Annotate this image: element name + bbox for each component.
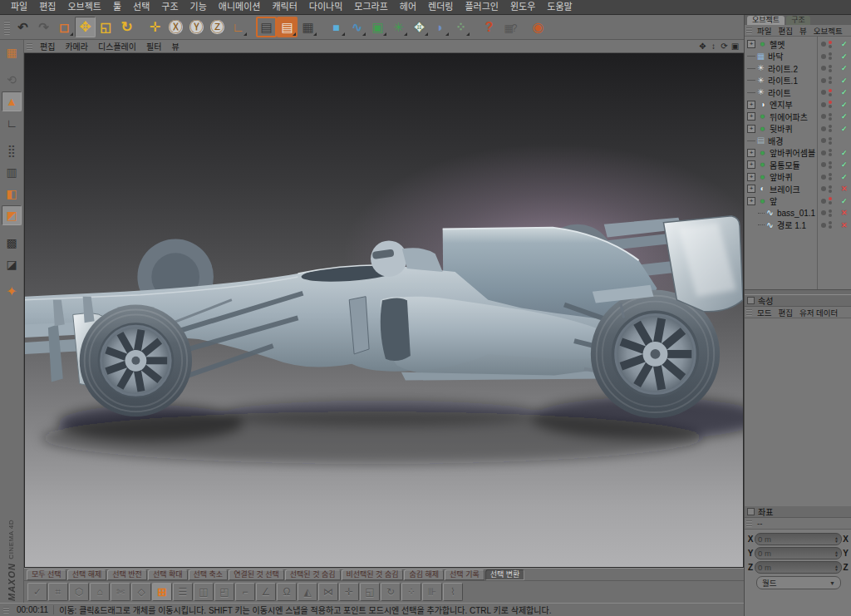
toolbar-button[interactable] [499,17,520,37]
viewport-control[interactable]: ↕ [708,41,719,52]
enable-mark-icon[interactable] [841,125,851,133]
object-row[interactable]: 뒷바퀴 [745,123,851,136]
visibility-dots[interactable] [818,221,841,229]
left-tool-button[interactable] [2,140,22,160]
attributes-menu-item[interactable]: 편집 [775,307,795,318]
editor-visibility-dot[interactable] [829,41,832,44]
viewport-control[interactable]: ✥ [697,41,708,52]
modeling-tool-button[interactable]: ⌇ [443,583,463,601]
expand-icon[interactable] [747,185,755,193]
toolbar-button[interactable] [33,17,54,37]
toolbar-button[interactable] [165,17,186,37]
modeling-tool-button[interactable]: ◰ [214,583,234,601]
toolbar-button[interactable] [145,17,165,37]
selection-tab[interactable]: 선택 변환 [485,569,525,580]
menu-item[interactable]: 윈도우 [504,0,541,14]
modeling-tool-button[interactable]: Ω [277,583,297,601]
render-visibility-dot[interactable] [829,201,832,205]
visibility-dots[interactable] [818,41,841,48]
coord-input[interactable]: 0 m ▲▼ [755,533,842,545]
menu-item[interactable]: 캐릭터 [266,0,303,14]
panel-drag-handle[interactable] [746,308,752,316]
modeling-tool-button[interactable]: ✛ [339,583,359,601]
expand-icon[interactable] [747,149,755,157]
modeling-tool-button[interactable]: ⁘ [401,583,421,601]
object-row[interactable]: bass_01.1 [745,207,851,219]
editor-visibility-dot[interactable] [829,209,832,213]
viewport-menu-item[interactable]: 카메라 [60,40,93,52]
layer-dot[interactable] [821,186,826,191]
render-visibility-dot[interactable] [829,105,832,108]
object-row[interactable]: 라이트.2 [745,62,851,75]
enable-mark-icon[interactable] [841,209,851,217]
editor-visibility-dot[interactable] [829,52,832,56]
object-row[interactable]: 배경 [745,135,851,147]
modeling-tool-button[interactable]: ⌂ [90,583,110,601]
expand-icon[interactable] [747,40,755,48]
enable-mark-icon[interactable] [841,185,851,193]
visibility-dots[interactable] [818,101,841,108]
coord-input[interactable]: 0 m ▲▼ [755,561,842,574]
editor-visibility-dot[interactable] [829,65,832,68]
enable-mark-icon[interactable] [841,173,851,181]
object-manager-menu-item[interactable]: 오브젝트 [810,25,846,37]
toolbar-button[interactable] [75,17,96,37]
viewport-menu-item[interactable]: 편집 [35,40,60,52]
toolbar-button[interactable] [256,17,277,37]
render-visibility-dot[interactable] [829,153,832,156]
spinner-icon[interactable]: ▲▼ [834,536,839,543]
selection-tab[interactable]: 선택 기록 [445,569,485,580]
object-row[interactable]: 라이트 [745,86,851,99]
coord-input[interactable]: 0 m ▲▼ [755,547,842,559]
object-row[interactable]: 앞 [745,195,851,208]
object-row[interactable]: 바닥 [745,51,851,63]
layer-dot[interactable] [821,162,826,167]
expand-icon[interactable] [747,125,755,133]
visibility-dots[interactable] [818,65,841,72]
toolbar-button[interactable] [388,17,409,37]
modeling-tool-button[interactable]: ◱ [360,583,380,601]
editor-visibility-dot[interactable] [829,101,832,104]
visibility-dots[interactable] [818,149,841,156]
viewport-menu-item[interactable]: 뷰 [166,40,184,52]
panel-drag-handle[interactable] [746,520,752,527]
expand-icon[interactable] [747,197,755,205]
toolbar-button[interactable] [54,17,75,37]
visibility-dots[interactable] [818,161,841,169]
viewport-menu-item[interactable]: 필터 [141,40,166,52]
left-tool-button[interactable] [2,184,22,204]
modeling-tool-button[interactable]: ☰ [173,583,193,601]
menu-item[interactable]: 툴 [107,0,127,14]
left-tool-button[interactable] [2,113,22,133]
spinner-icon[interactable]: ▲▼ [834,564,839,571]
menu-item[interactable]: 모그라프 [348,0,393,14]
object-row[interactable]: 브레이크 [745,183,851,195]
editor-visibility-dot[interactable] [829,161,832,165]
enable-mark-icon[interactable] [841,160,851,169]
visibility-dots[interactable] [818,209,841,217]
toolbar-drag-handle[interactable] [4,20,10,35]
enable-mark-icon[interactable] [841,64,851,72]
object-row[interactable]: 엔지부 [745,99,851,111]
visibility-dots[interactable] [818,197,841,205]
visibility-dots[interactable] [818,125,841,132]
viewport-menu-item[interactable]: 디스플레이 [93,40,141,52]
editor-visibility-dot[interactable] [829,197,832,200]
viewport-drag-handle[interactable] [27,42,32,50]
editor-visibility-dot[interactable] [829,125,832,128]
editor-visibility-dot[interactable] [829,149,832,152]
object-row[interactable]: 앞바퀴어셈블 [745,147,851,160]
object-manager-menu-item[interactable]: 편집 [775,25,795,37]
viewport-control[interactable]: ▣ [730,41,740,52]
render-visibility-dot[interactable] [829,69,832,72]
attributes-menu-item[interactable]: 모드 [754,307,775,318]
object-row[interactable]: 라이트.1 [745,75,851,87]
visibility-dots[interactable] [818,113,841,121]
render-visibility-dot[interactable] [829,177,832,180]
modeling-tool-button[interactable]: ∠ [256,583,276,601]
menu-item[interactable]: 애니메이션 [213,0,267,14]
layer-dot[interactable] [821,199,826,204]
selection-tab[interactable]: 선택된 것 숨김 [285,569,341,580]
enable-mark-icon[interactable] [841,52,851,61]
toolbar-button[interactable] [228,17,248,37]
